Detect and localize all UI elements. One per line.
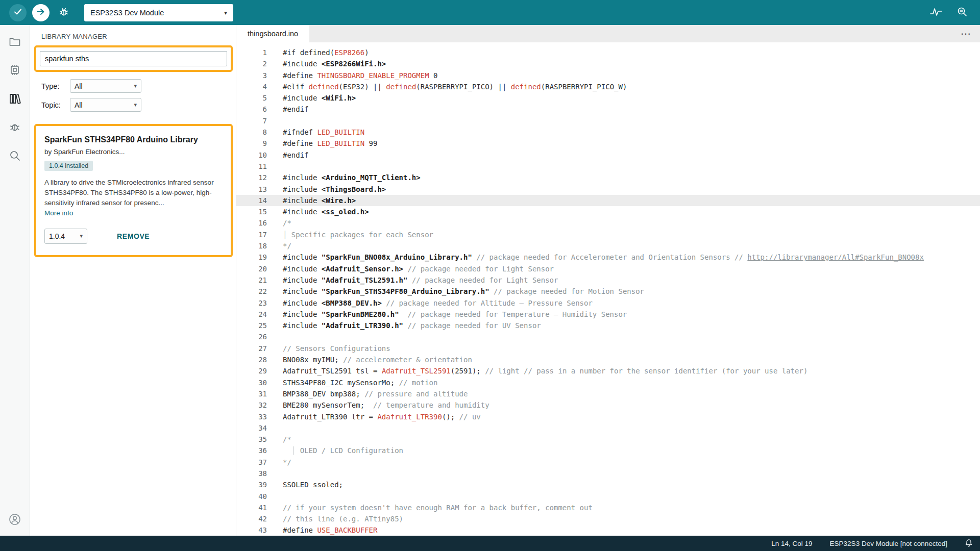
library-search-input[interactable] xyxy=(40,51,227,66)
library-card-highlight-box: SparkFun STHS34PF80 Arduino Library by S… xyxy=(34,124,233,257)
line-number: 26 xyxy=(236,331,267,342)
board-selector-dropdown[interactable]: ESP32S3 Dev Module ▾ xyxy=(84,4,233,21)
tab-thingsboard-ino[interactable]: thingsboard.ino xyxy=(236,25,309,42)
line-number: 34 xyxy=(236,422,267,434)
type-filter-select[interactable]: All ▾ xyxy=(70,79,141,93)
cursor-position[interactable]: Ln 14, Col 19 xyxy=(771,540,812,547)
notifications-bell-icon[interactable] xyxy=(965,539,973,548)
code-line[interactable]: 3#define THINGSBOARD_ENABLE_PROGMEM 0 xyxy=(236,70,980,81)
bug-icon xyxy=(58,6,69,19)
sidebar-item-library-manager-active[interactable] xyxy=(6,90,23,108)
line-text: #endif xyxy=(267,104,309,115)
folder-icon xyxy=(8,35,21,49)
upload-button[interactable] xyxy=(32,4,50,21)
line-text: #define USE_BACKBUFFER xyxy=(267,524,377,536)
code-line[interactable]: 1#if defined(ESP8266) xyxy=(236,47,980,58)
main-area: LIBRARY MANAGER Type: All ▾ Topic: All ▾ xyxy=(0,25,980,536)
version-select[interactable]: 1.0.4 ▾ xyxy=(44,229,87,244)
code-line[interactable]: 9#define LED_BUILTIN 99 xyxy=(236,138,980,149)
line-number: 12 xyxy=(236,172,267,183)
code-line[interactable]: 7 xyxy=(236,115,980,127)
code-line[interactable]: 33Adafruit_LTR390 ltr = Adafruit_LTR390(… xyxy=(236,411,980,422)
line-number: 31 xyxy=(236,388,267,399)
code-line[interactable]: 8#ifndef LED_BUILTIN xyxy=(236,127,980,138)
code-line[interactable]: 5#include <WiFi.h> xyxy=(236,92,980,104)
line-text: #include <Wire.h> xyxy=(267,195,356,206)
board-connection-status[interactable]: ESP32S3 Dev Module [not connected] xyxy=(830,540,947,547)
account-button[interactable] xyxy=(6,511,23,529)
code-line[interactable]: 18*/ xyxy=(236,240,980,252)
topic-filter-value: All xyxy=(75,101,83,109)
code-line[interactable]: 28BNO08x myIMU; // accelerometer & orien… xyxy=(236,354,980,365)
line-text: #include "SparkFun_BNO08x_Arduino_Librar… xyxy=(267,252,924,263)
line-number: 9 xyxy=(236,138,267,149)
line-number: 29 xyxy=(236,365,267,377)
line-number: 40 xyxy=(236,491,267,502)
code-line[interactable]: 43#define USE_BACKBUFFER xyxy=(236,524,980,536)
debug-button[interactable] xyxy=(55,4,72,21)
more-info-link[interactable]: More info xyxy=(44,209,73,217)
toolbar-right xyxy=(930,6,971,19)
code-line[interactable]: 4#elif defined(ESP32) || defined(RASPBER… xyxy=(236,81,980,92)
code-line[interactable]: 26 xyxy=(236,331,980,342)
chevron-down-icon: ▾ xyxy=(224,9,227,16)
code-line[interactable]: 16/* xyxy=(236,217,980,229)
code-line[interactable]: 37*/ xyxy=(236,457,980,468)
code-line[interactable]: 42// this line (e.g. ATtiny85) xyxy=(236,513,980,524)
line-text: #if defined(ESP8266) xyxy=(267,47,369,58)
sidebar-item-boards-manager[interactable] xyxy=(6,62,23,79)
code-line[interactable]: 22#include "SparkFun_STHS34PF80_Arduino_… xyxy=(236,286,980,297)
code-line[interactable]: 6#endif xyxy=(236,104,980,115)
serial-monitor-button[interactable] xyxy=(957,6,968,19)
line-text: #include <Adafruit_Sensor.h> // package … xyxy=(267,263,554,274)
code-line[interactable]: 20#include <Adafruit_Sensor.h> // packag… xyxy=(236,263,980,274)
code-line[interactable]: 41// if your system doesn't have enough … xyxy=(236,502,980,513)
code-line[interactable]: 31BMP388_DEV bmp388; // pressure and alt… xyxy=(236,388,980,399)
sidebar-item-debug[interactable] xyxy=(6,119,23,136)
verify-button[interactable] xyxy=(9,4,27,21)
line-number: 21 xyxy=(236,274,267,286)
code-line[interactable]: 17│ Specific packages for each Sensor xyxy=(236,229,980,240)
code-line[interactable]: 25#include "Adafruit_LTR390.h" // packag… xyxy=(236,320,980,331)
code-area[interactable]: 1#if defined(ESP8266)2#include <ESP8266W… xyxy=(236,42,980,536)
line-number: 22 xyxy=(236,286,267,297)
code-line[interactable]: 2#include <ESP8266WiFi.h> xyxy=(236,58,980,69)
chip-icon xyxy=(8,63,21,78)
line-number: 43 xyxy=(236,524,267,536)
line-number: 2 xyxy=(236,58,267,69)
code-line[interactable]: 38 xyxy=(236,468,980,479)
code-line[interactable]: 12#include <Arduino_MQTT_Client.h> xyxy=(236,172,980,183)
sidebar-item-sketchbook[interactable] xyxy=(6,33,23,51)
code-line[interactable]: 34 xyxy=(236,422,980,434)
code-line[interactable]: 14#include <Wire.h> xyxy=(236,195,980,206)
code-line[interactable]: 32BME280 mySensorTem; // temperature and… xyxy=(236,399,980,411)
library-description: A library to drive the STMicroelectronic… xyxy=(44,178,222,208)
code-line[interactable]: 29Adafruit_TSL2591 tsl = Adafruit_TSL259… xyxy=(236,365,980,377)
tab-overflow-button[interactable]: ⋯ xyxy=(951,25,980,42)
topic-filter-select[interactable]: All ▾ xyxy=(70,98,141,112)
code-line[interactable]: 39SSOLED ssoled; xyxy=(236,479,980,490)
code-line[interactable]: 30STHS34PF80_I2C mySensorMo; // motion xyxy=(236,377,980,388)
code-line[interactable]: 24#include "SparkFunBME280.h" // package… xyxy=(236,309,980,320)
status-bar: Ln 14, Col 19 ESP32S3 Dev Module [not co… xyxy=(0,536,980,551)
code-line[interactable]: 40 xyxy=(236,491,980,502)
remove-button[interactable]: REMOVE xyxy=(117,232,150,240)
search-highlight-box xyxy=(34,45,233,72)
code-line[interactable]: 36 │ OLED / LCD Configuration xyxy=(236,445,980,456)
serial-plotter-button[interactable] xyxy=(930,7,942,18)
code-line[interactable]: 13#include <ThingsBoard.h> xyxy=(236,184,980,195)
code-line[interactable]: 10#endif xyxy=(236,149,980,161)
code-line[interactable]: 19#include "SparkFun_BNO08x_Arduino_Libr… xyxy=(236,252,980,263)
plotter-wave-icon xyxy=(930,7,942,18)
version-value: 1.0.4 xyxy=(49,232,65,240)
code-line[interactable]: 15#include <ss_oled.h> xyxy=(236,206,980,217)
tab-bar: thingsboard.ino ⋯ xyxy=(236,25,980,42)
sidebar-item-search[interactable] xyxy=(6,147,23,165)
code-line[interactable]: 23#include <BMP388_DEV.h> // package nee… xyxy=(236,297,980,309)
code-line[interactable]: 35/* xyxy=(236,434,980,445)
code-line[interactable]: 21#include "Adafruit_TSL2591.h" // packa… xyxy=(236,274,980,286)
code-line[interactable]: 11 xyxy=(236,161,980,172)
line-text xyxy=(267,161,283,172)
code-line[interactable]: 27// Sensors Configurations xyxy=(236,343,980,354)
line-text: #include <ESP8266WiFi.h> xyxy=(267,58,386,69)
